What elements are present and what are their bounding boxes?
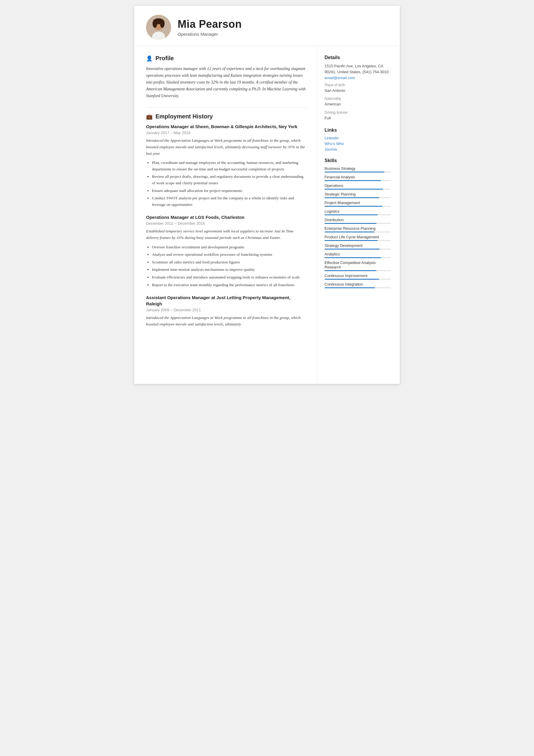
skill-bar-fill xyxy=(324,214,378,215)
job-2-description: Established temporary service level agre… xyxy=(146,228,307,241)
list-item: Scrutinize all sales metrics and food pr… xyxy=(152,259,307,265)
skill-bar-background xyxy=(324,206,391,207)
header-info: Mia Pearson Operations Manager xyxy=(178,18,242,37)
job-1-dates: January 2017 – May 2019 xyxy=(146,130,307,135)
skill-bar-fill xyxy=(324,287,375,288)
skill-item: Strategic Planning xyxy=(324,192,391,198)
skill-name: Financial Analysis xyxy=(324,175,391,179)
candidate-name: Mia Pearson xyxy=(178,18,242,30)
skill-name: Analytics xyxy=(324,252,391,256)
skill-bar-background xyxy=(324,249,391,250)
skill-name: Effective Competitive Analysis Research xyxy=(324,260,391,269)
skill-item: Product Life Cycle Management xyxy=(324,235,391,241)
skill-bar-background xyxy=(324,223,391,224)
skill-bar-fill xyxy=(324,270,376,271)
skill-item: Continuous Integration xyxy=(324,282,391,288)
skill-bar-fill xyxy=(324,231,374,232)
skill-bar-background xyxy=(324,189,391,190)
skill-item: Continuous Improvement xyxy=(324,274,391,280)
profile-section-title: 👤 Profile xyxy=(146,55,307,62)
email[interactable]: email@email.com xyxy=(324,76,391,80)
skill-item: Financial Analysis xyxy=(324,175,391,181)
skill-name: Business Strategy xyxy=(324,166,391,171)
job-1: Operations Manager at Sheen, Bowman & Gi… xyxy=(146,123,307,208)
skill-name: Logistics xyxy=(324,209,391,213)
resume-document: Mia Pearson Operations Manager 👤 Profile… xyxy=(134,6,400,384)
job-1-bullets: Plan, coordinate and manage employees of… xyxy=(146,159,307,208)
skill-bar-fill xyxy=(324,172,384,173)
address: 1515 Pacific Ave, Los Angeles, CA 90291,… xyxy=(324,63,391,75)
skill-item: Logistics xyxy=(324,209,391,215)
skill-item: Operations xyxy=(324,183,391,190)
skill-item: Analytics xyxy=(324,252,391,258)
skill-name: Project Management xyxy=(324,201,391,205)
job-2-title: Operations Manager at LGS Foods, Charles… xyxy=(146,214,307,220)
skill-name: Continuous Integration xyxy=(324,282,391,286)
skill-bar-fill xyxy=(324,223,376,224)
link-linkedin[interactable]: Linkedin xyxy=(324,136,391,140)
list-item: Conduct SWOT analysis per project and fo… xyxy=(152,195,307,208)
list-item: Plan, coordinate and manage employees of… xyxy=(152,159,307,172)
skills-section: Skills Business StrategyFinancial Analys… xyxy=(324,158,391,288)
skill-item: Enterprise Resource Planning xyxy=(324,226,391,232)
links-section: Links Linkedin Who's Who Joomla xyxy=(324,127,391,151)
skills-list: Business StrategyFinancial AnalysisOpera… xyxy=(324,166,391,288)
link-joomla[interactable]: Joomla xyxy=(324,147,391,151)
skill-item: Strategy Development xyxy=(324,243,391,250)
employment-section-title: 💼 Employment History xyxy=(146,113,307,120)
nationality-label: Nationality xyxy=(324,96,391,101)
skill-bar-background xyxy=(324,180,391,181)
skill-bar-fill xyxy=(324,189,383,190)
skill-name: Product Life Cycle Management xyxy=(324,235,391,239)
list-item: Review all project drafts, drawings, and… xyxy=(152,173,307,186)
skill-bar-fill xyxy=(324,206,382,207)
skills-title: Skills xyxy=(324,158,391,163)
svg-point-5 xyxy=(160,19,165,28)
links-title: Links xyxy=(324,127,391,133)
job-2-bullets: Oversee franchise recruitment and develo… xyxy=(146,244,307,288)
employment-icon: 💼 xyxy=(146,113,153,120)
profile-icon: 👤 xyxy=(146,55,153,62)
skill-bar-fill xyxy=(324,240,378,241)
nationality: American xyxy=(324,101,391,107)
skill-bar-fill xyxy=(324,197,379,198)
skill-item: Project Management xyxy=(324,201,391,207)
place-of-birth: San Antonio xyxy=(324,88,391,94)
svg-point-4 xyxy=(153,19,157,28)
profile-text: Innovative operations manager with 12 ye… xyxy=(146,65,307,99)
link-whos-who[interactable]: Who's Who xyxy=(324,142,391,146)
job-3: Assistant Operations Manager at Just Let… xyxy=(146,294,307,327)
skill-bar-background xyxy=(324,279,391,280)
job-3-title: Assistant Operations Manager at Just Let… xyxy=(146,294,307,307)
list-item: Evaluate efficiencies and introduce auto… xyxy=(152,274,307,281)
skill-bar-background xyxy=(324,257,391,258)
skill-bar-background xyxy=(324,214,391,215)
divider-1 xyxy=(146,107,307,108)
skill-bar-fill xyxy=(324,279,379,280)
skill-bar-background xyxy=(324,287,391,288)
skill-item: Effective Competitive Analysis Research xyxy=(324,260,391,271)
skill-bar-background xyxy=(324,197,391,198)
details-section: Details 1515 Pacific Ave, Los Angeles, C… xyxy=(324,55,391,121)
skill-item: Business Strategy xyxy=(324,166,391,173)
skill-bar-background xyxy=(324,172,391,173)
skill-bar-background xyxy=(324,270,391,271)
job-2-dates: December 2012 – December 2016 xyxy=(146,221,307,226)
skill-name: Enterprise Resource Planning xyxy=(324,226,391,230)
skill-bar-fill xyxy=(324,249,380,250)
job-3-description: Introduced the Appreciation Languages at… xyxy=(146,314,307,327)
job-1-description: Introduced the Appreciation Languages at… xyxy=(146,137,307,156)
skill-bar-background xyxy=(324,231,391,232)
details-title: Details xyxy=(324,55,391,60)
list-item: Analyze and review operational workflow … xyxy=(152,251,307,258)
list-item: Implement time-motion analysis mechanism… xyxy=(152,266,307,273)
place-of-birth-label: Place of birth xyxy=(324,83,391,87)
skill-item: Distribution xyxy=(324,218,391,224)
job-1-title: Operations Manager at Sheen, Bowman & Gi… xyxy=(146,123,307,130)
skill-bar-background xyxy=(324,240,391,241)
list-item: Oversee franchise recruitment and develo… xyxy=(152,244,307,251)
driving-license: Full xyxy=(324,115,391,121)
list-item: Report to the executive team monthly reg… xyxy=(152,282,307,288)
skill-name: Distribution xyxy=(324,218,391,222)
job-3-dates: January 2009 – December 2011 xyxy=(146,308,307,312)
